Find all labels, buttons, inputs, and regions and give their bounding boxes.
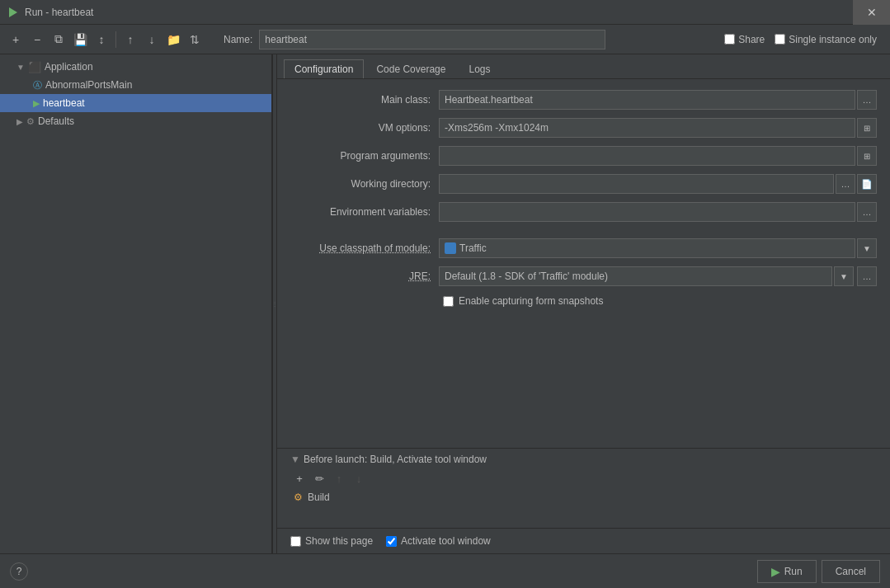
single-instance-label: Single instance only [789,34,877,45]
list-item: ⚙ Build [290,490,877,505]
tab-code-coverage[interactable]: Code Coverage [365,59,456,78]
single-instance-checkbox[interactable] [775,34,785,45]
program-args-label: Program arguments: [290,150,439,162]
dialog: + − ⧉ 💾 ↕ ↑ ↓ 📁 ⇅ Name: Share Single ins… [0,25,890,588]
main-class-row: Main class: … [290,89,877,111]
toolbar-separator [115,31,116,48]
sort-button[interactable]: ⇅ [186,31,204,49]
bl-add-button[interactable]: + [290,470,308,487]
share-section: Share Single instance only [724,34,883,45]
defaults-expand-icon: ▶ [16,117,23,126]
share-checkbox-label[interactable]: Share [724,34,765,45]
working-dir-input[interactable] [439,174,834,194]
bl-move-down-button[interactable]: ↓ [350,470,368,487]
working-dir-browse-button[interactable]: … [836,174,855,194]
program-args-row: Program arguments: ⊞ [290,145,877,167]
env-vars-input[interactable] [439,202,855,222]
program-args-expand-button[interactable]: ⊞ [857,146,877,166]
tab-logs[interactable]: Logs [458,59,501,78]
title-bar: Run - heartbeat ✕ [0,0,890,25]
tree-item-abnormal[interactable]: Ⓐ AbnormalPortsMain [0,76,271,94]
show-page-label: Show this page [305,535,373,547]
move-up-button[interactable]: ↑ [121,31,139,49]
jre-browse-button[interactable]: … [857,266,877,286]
save-config-button[interactable]: 💾 [71,31,89,49]
tree-item-defaults[interactable]: ▶ ⚙ Defaults [0,112,271,130]
body: ▼ ⬛ Application Ⓐ AbnormalPortsMain ▶ he… [0,54,890,553]
vm-options-row: VM options: ⊞ [290,117,877,139]
share-label: Share [738,34,765,45]
run-button-icon: ▶ [771,565,780,578]
copy-config-button[interactable]: ⧉ [49,31,68,49]
share-config-button[interactable]: ↕ [92,31,111,49]
main-class-browse-button[interactable]: … [857,90,877,110]
tree-item-application[interactable]: ▼ ⬛ Application [0,58,271,76]
abnormal-label: AbnormalPortsMain [45,79,132,91]
run-button-label: Run [784,566,803,577]
classpath-dropdown-arrow[interactable]: ▼ [857,238,877,258]
build-label: Build [308,492,330,503]
activate-tool-checkbox[interactable] [386,536,397,547]
bl-edit-button[interactable]: ✏ [310,470,328,487]
move-down-button[interactable]: ↓ [143,31,161,49]
enable-capture-row: Enable capturing form snapshots [290,295,877,307]
program-args-input[interactable] [439,146,855,166]
vm-options-expand-button[interactable]: ⊞ [857,118,877,138]
help-button[interactable]: ? [10,562,28,581]
before-launch-list: ⚙ Build [290,490,877,523]
show-page-checkbox-label[interactable]: Show this page [290,535,373,547]
left-panel: ▼ ⬛ Application Ⓐ AbnormalPortsMain ▶ he… [0,54,272,553]
env-vars-row: Environment variables: … [290,201,877,223]
remove-config-button[interactable]: − [28,31,46,49]
main-class-label: Main class: [290,94,439,106]
application-label: Application [45,61,93,73]
tab-configuration[interactable]: Configuration [284,59,364,78]
expand-icon: ▼ [16,63,25,72]
close-button[interactable]: ✕ [853,0,890,25]
classpath-value: Traffic [459,242,487,254]
main-class-input[interactable] [439,90,855,110]
run-button[interactable]: ▶ Run [757,560,817,583]
single-instance-checkbox-label[interactable]: Single instance only [775,34,877,45]
classpath-label: Use classpath of module: [290,242,439,254]
show-page-checkbox[interactable] [290,536,301,547]
jre-dropdown-arrow[interactable]: ▼ [834,266,854,286]
name-section: Name: [207,30,721,49]
title-bar-text: Run - heartbeat [25,7,93,18]
class-icon: Ⓐ [33,79,42,92]
bottom-options: Show this page Activate tool window [277,528,890,553]
folder-button[interactable]: 📁 [164,31,182,49]
svg-marker-0 [9,7,17,17]
before-launch-title: Before launch: Build, Activate tool wind… [304,454,487,465]
working-dir-label: Working directory: [290,178,439,190]
run-icon: ▶ [33,98,40,109]
config-panel: Main class: … VM options: ⊞ Program argu… [277,79,890,448]
toolbar: + − ⧉ 💾 ↕ ↑ ↓ 📁 ⇅ Name: Share Single ins… [0,25,890,54]
enable-capture-label[interactable]: Enable capturing form snapshots [459,295,603,307]
bl-move-up-button[interactable]: ↑ [330,470,348,487]
before-launch-arrow: ▼ [290,454,300,465]
vm-options-input[interactable] [439,118,855,138]
name-label: Name: [224,34,252,45]
right-panel: Configuration Code Coverage Logs Main cl… [277,54,890,553]
application-icon: ⬛ [28,61,41,73]
activate-tool-label: Activate tool window [401,535,491,547]
module-icon [445,242,456,254]
classpath-row: Use classpath of module: Traffic ▼ [290,238,877,259]
working-dir-file-button[interactable]: 📄 [857,174,877,194]
build-icon: ⚙ [294,492,303,503]
heartbeat-label: heartbeat [43,97,85,109]
share-checkbox[interactable] [724,34,735,45]
env-vars-browse-button[interactable]: … [857,202,877,222]
footer-right: ▶ Run Cancel [757,560,880,583]
tabs: Configuration Code Coverage Logs [277,54,890,79]
cancel-button[interactable]: Cancel [822,560,880,583]
activate-tool-checkbox-label[interactable]: Activate tool window [386,535,491,547]
enable-capture-checkbox[interactable] [443,296,454,307]
before-launch-toolbar: + ✏ ↑ ↓ [290,470,877,487]
footer: ? ▶ Run Cancel [0,553,890,588]
tree-item-heartbeat[interactable]: ▶ heartbeat [0,94,271,112]
before-launch-section: ▼ Before launch: Build, Activate tool wi… [277,448,890,528]
name-input[interactable] [259,30,605,49]
add-config-button[interactable]: + [7,31,25,49]
